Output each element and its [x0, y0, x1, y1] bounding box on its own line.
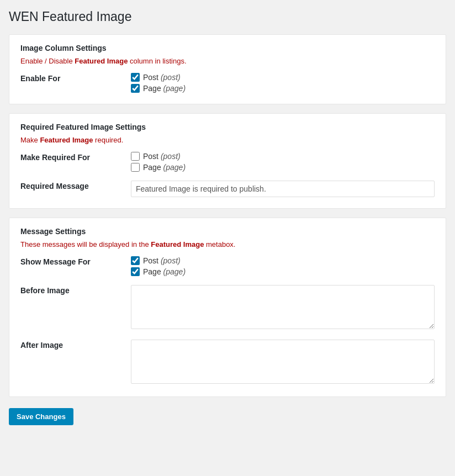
image-column-settings-desc: Enable / Disable Featured Image column i…	[20, 57, 435, 65]
enable-for-label: Enable For	[20, 73, 131, 83]
after-image-row: After Image	[20, 340, 435, 385]
image-column-settings-title: Image Column Settings	[20, 44, 435, 52]
show-message-for-checkboxes: Post (post) Page (page)	[131, 256, 435, 276]
enable-for-post[interactable]: Post (post)	[131, 73, 435, 82]
before-image-label: Before Image	[20, 285, 131, 295]
make-required-for-page[interactable]: Page (page)	[131, 163, 435, 172]
after-image-control	[131, 340, 435, 385]
make-required-for-page-checkbox[interactable]	[131, 163, 140, 172]
required-featured-image-settings-title: Required Featured Image Settings	[20, 123, 435, 131]
enable-for-page-checkbox[interactable]	[131, 84, 140, 93]
make-required-for-checkboxes: Post (post) Page (page)	[131, 152, 435, 172]
after-image-label: After Image	[20, 340, 131, 350]
image-column-settings-section: Image Column Settings Enable / Disable F…	[9, 34, 446, 104]
show-message-for-label: Show Message For	[20, 256, 131, 266]
after-image-textarea[interactable]	[131, 340, 435, 384]
required-message-input[interactable]	[131, 181, 435, 197]
enable-for-checkboxes: Post (post) Page (page)	[131, 73, 435, 93]
message-settings-title: Message Settings	[20, 227, 435, 236]
required-message-row: Required Message	[20, 181, 435, 197]
show-message-for-post[interactable]: Post (post)	[131, 256, 435, 265]
message-settings-desc: These messages will be displayed in the …	[20, 240, 435, 248]
show-message-for-row: Show Message For Post (post) Page (page)	[20, 256, 435, 276]
save-changes-button[interactable]: Save Changes	[9, 408, 73, 425]
show-message-for-page[interactable]: Page (page)	[131, 267, 435, 276]
make-required-for-post-checkbox[interactable]	[131, 152, 140, 161]
show-message-for-post-checkbox[interactable]	[131, 256, 140, 265]
enable-for-page[interactable]: Page (page)	[131, 84, 435, 93]
required-featured-image-settings-desc: Make Featured Image required.	[20, 136, 435, 144]
page-title: WEN Featured Image	[9, 9, 446, 25]
before-image-control	[131, 285, 435, 331]
enable-for-row: Enable For Post (post) Page (page)	[20, 73, 435, 93]
make-required-for-row: Make Required For Post (post) Page (page…	[20, 152, 435, 172]
message-settings-section: Message Settings These messages will be …	[9, 218, 446, 397]
enable-for-post-checkbox[interactable]	[131, 73, 140, 82]
before-image-row: Before Image	[20, 285, 435, 331]
show-message-for-page-checkbox[interactable]	[131, 267, 140, 276]
required-message-label: Required Message	[20, 181, 131, 191]
required-message-control	[131, 181, 435, 197]
required-featured-image-settings-section: Required Featured Image Settings Make Fe…	[9, 113, 446, 209]
make-required-for-post[interactable]: Post (post)	[131, 152, 435, 161]
make-required-for-label: Make Required For	[20, 152, 131, 162]
before-image-textarea[interactable]	[131, 285, 435, 329]
